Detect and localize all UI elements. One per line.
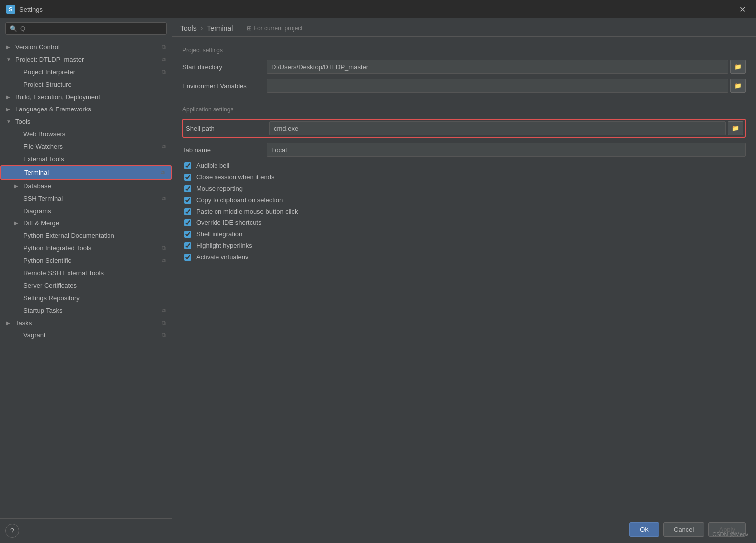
sidebar-label-terminal: Terminal (24, 169, 49, 176)
sidebar-label-diff-merge: Diff & Merge (23, 219, 59, 227)
env-variables-input[interactable] (267, 79, 728, 93)
checkbox-label-copy-clipboard: Copy to clipboard on selection (196, 196, 283, 204)
checkbox-audible-bell[interactable] (184, 162, 191, 169)
sidebar-item-tools[interactable]: ▼Tools (0, 115, 172, 128)
checkboxes-container: Audible bellClose session when it endsMo… (182, 162, 746, 261)
sidebar-item-project-interpreter[interactable]: Project Interpreter⧉ (0, 66, 172, 78)
checkbox-label-mouse-reporting: Mouse reporting (196, 185, 243, 192)
shell-path-row: Shell path 📁 (182, 119, 746, 138)
project-settings-label: Project settings (182, 47, 746, 54)
copy-icon-terminal: ⧉ (161, 169, 165, 176)
shell-path-label: Shell path (185, 125, 269, 132)
copy-icon-project-dtldp: ⧉ (162, 56, 166, 63)
checkbox-mouse-reporting[interactable] (184, 185, 191, 192)
arrow-icon-diff-merge: ▶ (14, 220, 20, 226)
sidebar-item-version-control[interactable]: ▶Version Control⧉ (0, 41, 172, 53)
sidebar-item-terminal[interactable]: Terminal⧉ (0, 165, 172, 180)
start-directory-label: Start directory (182, 63, 267, 71)
sidebar-item-tasks[interactable]: ▶Tasks⧉ (0, 317, 172, 329)
env-variables-browse-btn[interactable]: 📁 (730, 79, 746, 93)
start-directory-input-wrap: 📁 (267, 60, 746, 74)
search-input[interactable] (20, 25, 162, 32)
sidebar-item-startup-tasks[interactable]: Startup Tasks⧉ (0, 304, 172, 317)
sidebar-item-python-ext-doc[interactable]: Python External Documentation (0, 229, 172, 242)
ok-button[interactable]: OK (629, 522, 659, 537)
sidebar-label-tools: Tools (15, 118, 30, 125)
sidebar-label-version-control: Version Control (15, 43, 60, 51)
tab-name-row: Tab name (182, 143, 746, 157)
checkbox-shell-integration[interactable] (184, 231, 191, 238)
sidebar-label-python-integrated: Python Integrated Tools (23, 244, 91, 252)
sidebar-item-diagrams[interactable]: Diagrams (0, 205, 172, 217)
sidebar-item-python-integrated[interactable]: Python Integrated Tools⧉ (0, 242, 172, 254)
app-icon: S (6, 5, 15, 14)
section-divider (182, 98, 746, 98)
help-button[interactable]: ? (5, 524, 19, 538)
sidebar-item-project-structure[interactable]: Project Structure (0, 78, 172, 91)
titlebar: S Settings ✕ (0, 0, 756, 18)
checkbox-label-shell-integration: Shell integration (196, 230, 242, 238)
arrow-icon-build-execution: ▶ (6, 94, 12, 100)
sidebar-item-server-certs[interactable]: Server Certificates (0, 279, 172, 292)
sidebar-label-project-structure: Project Structure (23, 81, 72, 88)
start-directory-input[interactable] (267, 60, 728, 74)
sidebar-item-file-watchers[interactable]: File Watchers⧉ (0, 140, 172, 153)
sidebar-item-external-tools[interactable]: External Tools (0, 153, 172, 165)
settings-window: S Settings ✕ 🔍 ▶Version Control⧉▼Project… (0, 0, 756, 543)
sidebar-item-remote-ssh[interactable]: Remote SSH External Tools (0, 267, 172, 279)
env-variables-input-wrap: 📁 (267, 79, 746, 93)
checkbox-row-highlight-hyperlinks: Highlight hyperlinks (182, 242, 746, 249)
checkbox-activate-virtualenv[interactable] (184, 254, 191, 261)
copy-icon-python-integrated: ⧉ (162, 245, 166, 251)
checkbox-close-session[interactable] (184, 174, 191, 181)
tab-name-input[interactable] (267, 143, 746, 157)
checkbox-label-override-shortcuts: Override IDE shortcuts (196, 219, 262, 226)
checkbox-label-audible-bell: Audible bell (196, 162, 229, 169)
env-variables-row: Environment Variables 📁 (182, 79, 746, 93)
sidebar-label-languages-frameworks: Languages & Frameworks (15, 106, 91, 113)
sidebar-item-vagrant[interactable]: Vagrant⧉ (0, 329, 172, 341)
sidebar-item-python-scientific[interactable]: Python Scientific⧉ (0, 254, 172, 267)
sidebar-item-database[interactable]: ▶Database (0, 180, 172, 192)
sidebar-label-vagrant: Vagrant (23, 331, 46, 339)
search-icon: 🔍 (10, 25, 17, 32)
sidebar-item-build-execution[interactable]: ▶Build, Execution, Deployment (0, 91, 172, 103)
titlebar-left: S Settings (6, 5, 43, 14)
env-variables-label: Environment Variables (182, 82, 267, 90)
copy-icon-startup-tasks: ⧉ (162, 307, 166, 314)
copy-icon-file-watchers: ⧉ (162, 143, 166, 150)
checkbox-paste-middle[interactable] (184, 208, 191, 215)
watermark: CSDN @Mecv (712, 531, 748, 537)
sidebar-label-web-browsers: Web Browsers (23, 130, 65, 138)
checkbox-highlight-hyperlinks[interactable] (184, 242, 191, 249)
cancel-button[interactable]: Cancel (663, 522, 704, 537)
sidebar-label-database: Database (23, 182, 51, 190)
checkbox-copy-clipboard[interactable] (184, 197, 191, 204)
checkbox-row-copy-clipboard: Copy to clipboard on selection (182, 196, 746, 204)
search-box[interactable]: 🔍 (5, 22, 167, 35)
sidebar-item-ssh-terminal[interactable]: SSH Terminal⧉ (0, 192, 172, 205)
checkbox-row-close-session: Close session when it ends (182, 173, 746, 181)
panel-header: Tools › Terminal ⊞ For current project (172, 18, 756, 37)
tab-name-input-wrap (267, 143, 746, 157)
start-directory-browse-btn[interactable]: 📁 (730, 60, 746, 74)
sidebar-item-settings-repo[interactable]: Settings Repository (0, 292, 172, 304)
shell-path-browse-btn[interactable]: 📁 (728, 121, 743, 135)
shell-path-input[interactable] (269, 121, 726, 135)
sidebar-label-build-execution: Build, Execution, Deployment (15, 93, 100, 101)
for-project-label: ⊞ For current project (247, 25, 302, 32)
close-button[interactable]: ✕ (735, 3, 750, 16)
arrow-icon-database: ▶ (14, 183, 20, 189)
checkbox-label-activate-virtualenv: Activate virtualenv (196, 253, 249, 261)
right-panel: Tools › Terminal ⊞ For current project P… (172, 18, 756, 543)
checkbox-override-shortcuts[interactable] (184, 219, 191, 226)
sidebar-item-project-dtldp[interactable]: ▼Project: DTLDP_master⧉ (0, 53, 172, 66)
arrow-icon-tools: ▼ (6, 119, 12, 124)
sidebar-item-diff-merge[interactable]: ▶Diff & Merge (0, 217, 172, 229)
sidebar-item-web-browsers[interactable]: Web Browsers (0, 128, 172, 140)
sidebar-item-languages-frameworks[interactable]: ▶Languages & Frameworks (0, 103, 172, 115)
shell-path-input-wrap: 📁 (269, 121, 743, 135)
arrow-icon-project-dtldp: ▼ (6, 57, 12, 62)
breadcrumb-separator: › (201, 24, 203, 32)
checkbox-row-override-shortcuts: Override IDE shortcuts (182, 219, 746, 226)
